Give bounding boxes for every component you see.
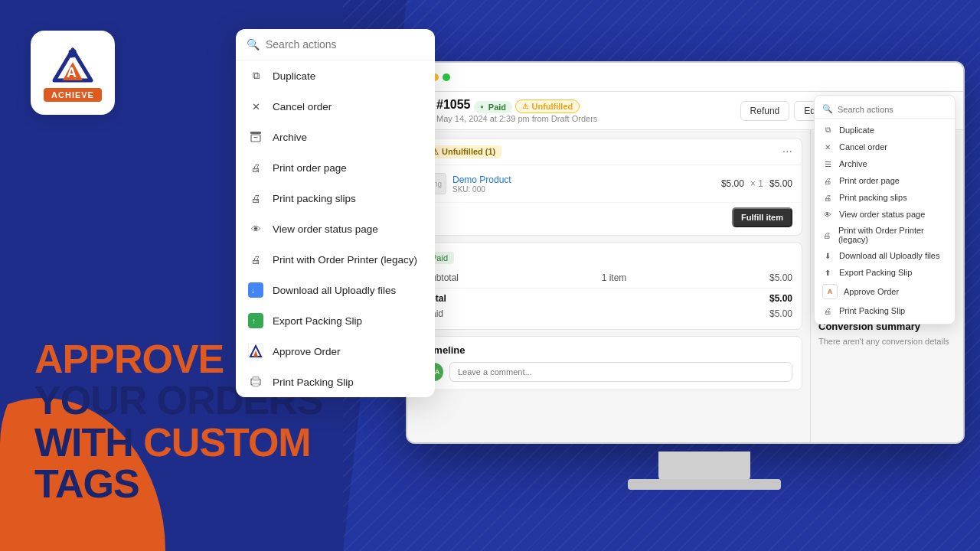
monitor-base bbox=[628, 479, 781, 490]
big-download-icon: ↓ bbox=[248, 282, 263, 298]
big-menu-item-duplicate[interactable]: ⧉ Duplicate bbox=[236, 60, 435, 91]
main-column: ⚠ Unfulfilled (1) ··· img Demo Product S… bbox=[407, 130, 810, 442]
small-menu-item-print-packing[interactable]: 🖨 Print packing slips bbox=[815, 189, 955, 206]
timeline-input-row: WA bbox=[425, 362, 792, 382]
big-print-slip-icon bbox=[248, 374, 263, 390]
small-menu-item-print-legacy[interactable]: 🖨 Print with Order Printer (legacy) bbox=[815, 223, 955, 247]
archive-icon: ☰ bbox=[822, 158, 833, 169]
small-menu-item-view-status[interactable]: 👁 View order status page bbox=[815, 206, 955, 223]
small-actions-dropdown: 🔍 ⧉ Duplicate ✕ Cancel order ☰ Archive 🖨 bbox=[814, 95, 956, 324]
big-search-box: 🔍 bbox=[236, 29, 435, 60]
refund-button[interactable]: Refund bbox=[740, 101, 790, 121]
unfulfilled-badge: ⚠ Unfulfilled bbox=[515, 99, 580, 113]
small-menu-item-cancel[interactable]: ✕ Cancel order bbox=[815, 139, 955, 155]
product-row: img Demo Product SKU: 000 $5.00 × 1 $5.0… bbox=[416, 165, 802, 203]
svg-rect-9 bbox=[248, 313, 263, 328]
small-search-icon: 🔍 bbox=[822, 104, 833, 114]
logo-badge: ACHIEVE bbox=[44, 88, 102, 102]
svg-text:↑: ↑ bbox=[252, 317, 256, 325]
big-menu-item-print-legacy[interactable]: 🖨 Print with Order Printer (legacy) bbox=[236, 244, 435, 275]
tagline-line3-custom: CUSTOM bbox=[143, 420, 310, 465]
big-view-status-icon: 👁 bbox=[248, 221, 263, 236]
big-menu-item-print-order[interactable]: 🖨 Print order page bbox=[236, 152, 435, 183]
big-menu-item-export[interactable]: ↑ Export Packing Slip bbox=[236, 305, 435, 336]
big-export-icon: ↑ bbox=[248, 313, 263, 328]
svg-rect-7 bbox=[248, 282, 263, 298]
conversion-text: There aren't any conversion details bbox=[818, 337, 956, 346]
big-print-packing-icon: 🖨 bbox=[248, 191, 263, 206]
big-menu-item-approve[interactable]: Approve Order bbox=[236, 336, 435, 367]
big-menu-item-archive[interactable]: Archive bbox=[236, 122, 435, 152]
print-packing-icon: 🖨 bbox=[822, 192, 833, 203]
big-menu-item-cancel[interactable]: ✕ Cancel order bbox=[236, 91, 435, 122]
big-print-legacy-icon: 🖨 bbox=[248, 252, 263, 267]
big-actions-dropdown: 🔍 ⧉ Duplicate ✕ Cancel order Archive 🖨 P… bbox=[236, 29, 435, 397]
fulfill-item-button[interactable]: Fulfill item bbox=[732, 207, 792, 227]
product-info: Demo Product SKU: 000 bbox=[452, 174, 715, 194]
unfulfilled-card: ⚠ Unfulfilled (1) ··· img Demo Product S… bbox=[415, 138, 802, 236]
small-menu-item-print-slip[interactable]: 🖨 Print Packing Slip bbox=[815, 302, 955, 319]
big-print-order-icon: 🖨 bbox=[248, 160, 263, 175]
print-order-icon: 🖨 bbox=[822, 175, 833, 186]
total-row: Total $5.00 bbox=[425, 288, 792, 306]
big-menu-item-print-slip[interactable]: Print Packing Slip bbox=[236, 367, 435, 397]
card-header: ⚠ Unfulfilled (1) ··· bbox=[416, 139, 802, 165]
svg-rect-2 bbox=[68, 49, 77, 58]
approve-achieve-icon: A bbox=[822, 284, 838, 299]
order-header-left: ← #1055 Paid ⚠ Unfulfilled May 14, 2024 … bbox=[420, 98, 597, 123]
svg-text:↓: ↓ bbox=[251, 286, 255, 295]
big-search-input[interactable] bbox=[266, 38, 424, 51]
svg-rect-15 bbox=[253, 377, 259, 380]
product-total: $5.00 bbox=[769, 178, 792, 189]
subtotal-row: Subtotal 1 item $5.00 bbox=[425, 270, 792, 285]
export-icon: ⬆ bbox=[822, 267, 833, 278]
big-approve-icon bbox=[248, 344, 263, 359]
monitor-screen: ← #1055 Paid ⚠ Unfulfilled May 14, 2024 … bbox=[406, 61, 965, 444]
timeline-title: Timeline bbox=[425, 344, 792, 356]
small-search-box: 🔍 bbox=[815, 100, 955, 119]
product-qty: × 1 bbox=[750, 178, 763, 189]
card-menu-icon[interactable]: ··· bbox=[782, 145, 792, 158]
logo-icon: A bbox=[48, 44, 98, 86]
small-menu-item-print-order[interactable]: 🖨 Print order page bbox=[815, 172, 955, 189]
tagline-line3: WITH CUSTOM bbox=[34, 422, 322, 464]
small-menu-item-approve[interactable]: A Approve Order bbox=[815, 281, 955, 302]
big-search-icon: 🔍 bbox=[247, 38, 260, 51]
product-sku: SKU: 000 bbox=[452, 185, 715, 194]
paid-badge: Paid bbox=[474, 101, 512, 113]
big-menu-item-download[interactable]: ↓ Download all Uploadly files bbox=[236, 275, 435, 305]
big-duplicate-icon: ⧉ bbox=[248, 68, 263, 83]
timeline-card: Timeline WA bbox=[415, 336, 802, 390]
big-cancel-icon: ✕ bbox=[248, 99, 263, 114]
screen-inner: ← #1055 Paid ⚠ Unfulfilled May 14, 2024 … bbox=[407, 63, 963, 442]
product-price: $5.00 bbox=[721, 178, 744, 189]
small-menu-item-archive[interactable]: ☰ Archive bbox=[815, 155, 955, 172]
svg-rect-16 bbox=[253, 383, 259, 386]
small-menu-item-duplicate[interactable]: ⧉ Duplicate bbox=[815, 122, 955, 139]
cancel-icon: ✕ bbox=[822, 142, 833, 152]
comment-input[interactable] bbox=[449, 362, 792, 382]
logo-container: A ACHIEVE bbox=[31, 31, 115, 115]
product-name[interactable]: Demo Product bbox=[452, 174, 715, 185]
small-menu-item-export[interactable]: ⬆ Export Packing Slip bbox=[815, 264, 955, 281]
monitor-stand bbox=[658, 452, 750, 482]
duplicate-icon: ⧉ bbox=[822, 125, 833, 135]
fulfill-action-row: Fulfill item bbox=[416, 203, 802, 235]
svg-text:A: A bbox=[67, 65, 77, 80]
payment-card: Paid Subtotal 1 item $5.00 Total $5.00 P… bbox=[415, 242, 802, 330]
svg-rect-4 bbox=[250, 132, 261, 134]
big-archive-icon bbox=[248, 129, 263, 145]
tagline-line4: TAGS bbox=[34, 463, 322, 505]
paid-row: Paid $5.00 bbox=[425, 306, 792, 321]
svg-rect-5 bbox=[251, 135, 260, 142]
maximize-dot bbox=[443, 73, 450, 81]
big-menu-item-print-packing[interactable]: 🖨 Print packing slips bbox=[236, 183, 435, 214]
view-status-icon: 👁 bbox=[822, 209, 833, 220]
small-search-input[interactable] bbox=[838, 105, 947, 114]
monitor-container: ← #1055 Paid ⚠ Unfulfilled May 14, 2024 … bbox=[406, 61, 980, 490]
big-menu-item-view-status[interactable]: 👁 View order status page bbox=[236, 214, 435, 244]
screen-topbar bbox=[407, 63, 963, 92]
small-menu-item-download[interactable]: ⬇ Download all Uploadly files bbox=[815, 247, 955, 264]
tagline-line3-with: WITH bbox=[34, 420, 143, 465]
print-legacy-icon: 🖨 bbox=[822, 230, 832, 240]
